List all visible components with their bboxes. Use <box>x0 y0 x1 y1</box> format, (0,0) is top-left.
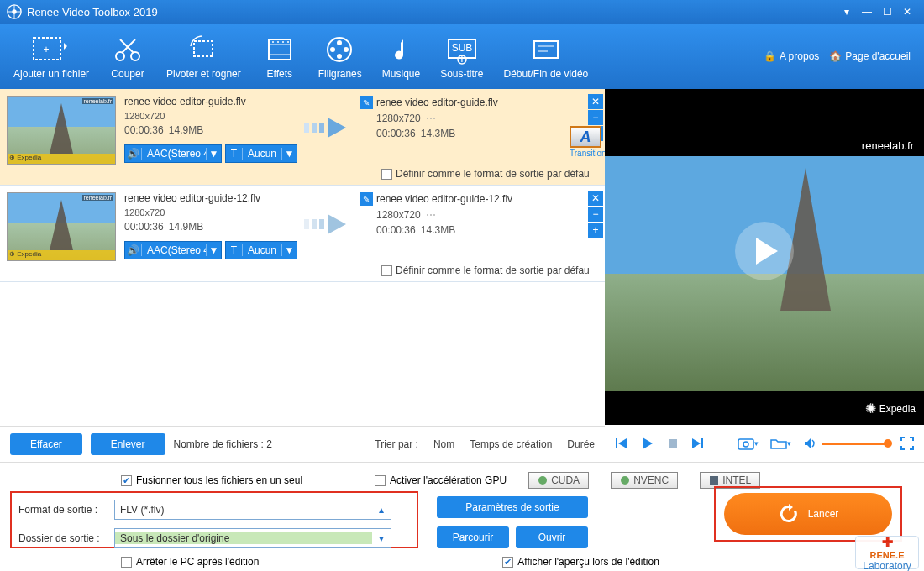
output-format-combo[interactable]: FLV (*.flv)▴ <box>114 500 391 520</box>
svg-point-20 <box>344 47 349 52</box>
output-filename: renee video editor-guide-12.flv <box>376 193 512 205</box>
svg-text:T: T <box>459 53 465 65</box>
snapshot-button[interactable]: ▾ <box>738 437 759 450</box>
gpu-label: Activer l'accélération GPU <box>390 474 507 486</box>
checkbox[interactable] <box>381 169 392 180</box>
subtitle-button[interactable]: SUBT Sous-titre <box>430 33 493 80</box>
checkbox[interactable]: ✔ <box>121 475 132 486</box>
stop-button[interactable] <box>667 437 679 449</box>
svg-point-7 <box>131 52 139 60</box>
play-overlay-button[interactable] <box>735 222 794 280</box>
open-folder-button[interactable]: ▾ <box>770 437 791 450</box>
subtitle-tag[interactable]: TAucun▼ <box>225 144 297 163</box>
about-label: A propos <box>780 50 819 62</box>
chevron-down-icon[interactable]: ▼ <box>281 148 297 160</box>
source-thumbnail: reneelab.fr⊕ Expedia <box>7 96 116 165</box>
tool-label: Couper <box>111 68 144 80</box>
launch-button[interactable]: Lancer <box>724 493 892 535</box>
brand-logo: ✚ RENE.E Laboratory <box>855 536 919 569</box>
checkbox[interactable] <box>381 265 392 276</box>
file-list: reneelab.fr⊕ Expedia renee video editor-… <box>0 89 605 426</box>
bottom-panel: ✔Fusionner tous les fichiers en un seul … <box>0 462 924 571</box>
chevron-down-icon[interactable]: ▼ <box>281 244 297 256</box>
minimize-button[interactable]: — <box>857 2 877 22</box>
merge-label: Fusionner tous les fichiers en un seul <box>136 474 302 486</box>
source-thumbnail: reneelab.fr⊕ Expedia <box>7 192 116 261</box>
default-format-label: Définir comme le format de sortie par dé… <box>396 265 590 276</box>
checkbox[interactable] <box>121 557 132 568</box>
volume-slider[interactable] <box>822 443 889 445</box>
svg-rect-10 <box>194 41 213 56</box>
subtitle-value: Aucun <box>243 244 281 256</box>
prev-button[interactable] <box>615 437 628 450</box>
default-format-row[interactable]: Définir comme le format de sortie par dé… <box>381 168 590 180</box>
sort-by-time[interactable]: Temps de création <box>470 438 552 450</box>
merge-option[interactable]: ✔Fusionner tous les fichiers en un seul <box>121 474 302 486</box>
move-down-button[interactable]: − <box>588 110 603 125</box>
cut-button[interactable]: Couper <box>99 33 156 80</box>
output-folder-combo[interactable]: Sous le dossier d'origine▾ <box>114 528 391 548</box>
pencil-icon[interactable]: ✎ <box>360 96 373 109</box>
chevron-down-icon[interactable]: ▼ <box>206 244 221 256</box>
checkbox[interactable]: ✔ <box>502 557 513 568</box>
svg-point-15 <box>277 41 279 43</box>
add-file-button[interactable]: + Ajouter un fichier <box>3 33 99 80</box>
about-link[interactable]: 🔒A propos <box>764 50 819 62</box>
remove-row-button[interactable]: ✕ <box>588 94 603 109</box>
shutdown-option[interactable]: Arrêter le PC après l'édition <box>121 556 259 568</box>
watermark-button[interactable]: Filigranes <box>308 33 372 80</box>
open-button[interactable]: Ouvrir <box>516 526 588 548</box>
tool-label: Filigranes <box>318 68 362 80</box>
menu-dropdown-icon[interactable]: ▾ <box>837 2 857 22</box>
format-label: Format de sortie : <box>18 504 109 516</box>
remove-row-button[interactable]: ✕ <box>588 191 603 206</box>
transition-box[interactable]: ATransition <box>570 126 603 158</box>
subtitle-icon: SUBT <box>445 33 479 66</box>
chevron-up-icon[interactable]: ▴ <box>372 500 391 519</box>
gpu-option[interactable]: Activer l'accélération GPU <box>375 474 507 486</box>
filmstrip-plus-icon: + <box>32 33 71 66</box>
volume-control[interactable] <box>803 437 889 450</box>
add-row-button[interactable]: + <box>588 223 603 238</box>
music-note-icon <box>388 33 413 66</box>
chevron-down-icon[interactable]: ▾ <box>372 529 391 547</box>
output-settings-highlight: Format de sortie : FLV (*.flv)▴ Dossier … <box>10 491 418 548</box>
move-down-button[interactable]: − <box>588 207 603 222</box>
home-link[interactable]: 🏠Page d'accueil <box>829 50 911 62</box>
chevron-down-icon[interactable]: ▼ <box>206 148 221 160</box>
file-row[interactable]: reneelab.fr⊕ Expedia renee video editor-… <box>0 186 605 282</box>
sort-by-duration[interactable]: Durée <box>567 438 595 450</box>
launch-label: Lancer <box>808 508 839 520</box>
folder-value: Sous le dossier d'origine <box>115 532 372 544</box>
checkbox[interactable] <box>375 475 386 486</box>
audio-tag[interactable]: 🔊AAC(Stereo 48▼ <box>124 241 222 259</box>
default-format-row[interactable]: Définir comme le format de sortie par dé… <box>381 265 590 276</box>
scissors-icon <box>112 33 144 66</box>
next-button[interactable] <box>690 437 704 450</box>
browse-button[interactable]: Parcourir <box>437 526 509 548</box>
rotate-crop-button[interactable]: Pivoter et rogner <box>156 33 251 80</box>
file-row[interactable]: reneelab.fr⊕ Expedia renee video editor-… <box>0 89 605 186</box>
start-end-button[interactable]: Début/Fin de vidéo <box>494 33 599 80</box>
maximize-button[interactable]: ☐ <box>877 2 897 22</box>
audio-tag[interactable]: 🔊AAC(Stereo 48▼ <box>124 144 222 163</box>
tool-label: Ajouter un fichier <box>13 68 89 80</box>
pencil-icon[interactable]: ✎ <box>360 192 373 206</box>
thumb-strip: ⊕ Expedia <box>8 154 115 164</box>
play-button[interactable] <box>640 436 655 451</box>
fullscreen-button[interactable] <box>900 437 914 450</box>
svg-line-9 <box>120 39 134 53</box>
music-button[interactable]: Musique <box>372 33 430 80</box>
subtitle-tag[interactable]: TAucun▼ <box>225 241 297 259</box>
output-params-button[interactable]: Paramètres de sortie <box>437 496 588 518</box>
close-button[interactable]: ✕ <box>897 2 917 22</box>
convert-arrow-icon <box>292 113 360 143</box>
effects-button[interactable]: Effets <box>251 33 308 80</box>
remove-button[interactable]: Enlever <box>91 433 165 455</box>
sort-by-name[interactable]: Nom <box>433 438 454 450</box>
svg-point-41 <box>538 476 547 485</box>
preview-option[interactable]: ✔Afficher l'aperçu lors de l'édition <box>502 556 659 568</box>
nvenc-chip: NVENC <box>611 472 678 489</box>
clear-button[interactable]: Effacer <box>10 433 82 455</box>
tool-label: Début/Fin de vidéo <box>504 68 589 80</box>
